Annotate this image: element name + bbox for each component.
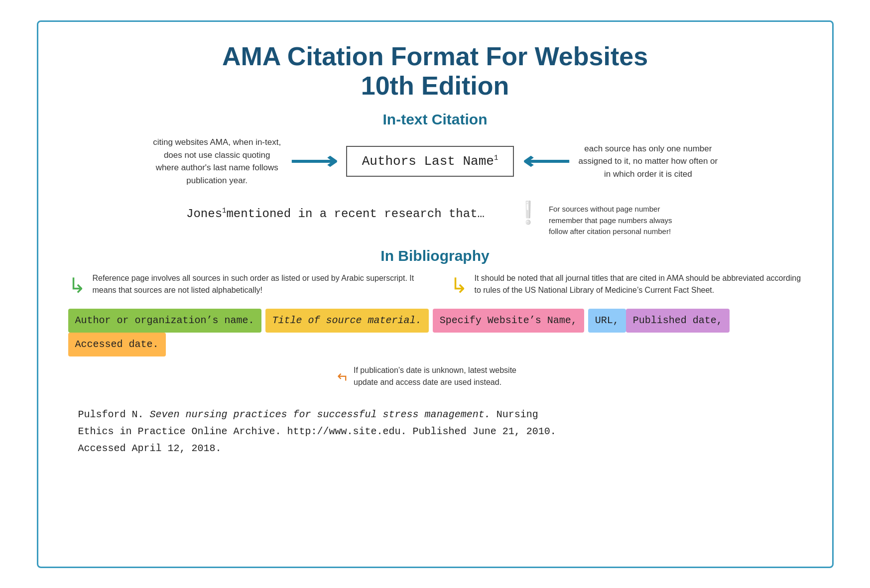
arrow-down-yellow-icon: ↳ bbox=[450, 275, 468, 296]
authors-box: Authors Last Name1 bbox=[346, 146, 514, 177]
page-container: AMA Citation Format For Websites 10th Ed… bbox=[37, 20, 834, 568]
example-row: Jones1mentioned in a recent research tha… bbox=[68, 202, 802, 237]
chip-title: Title of source material. bbox=[265, 309, 429, 333]
bib-right-text: It should be noted that all journal titl… bbox=[475, 272, 802, 297]
arrow-right-icon: ⟶ bbox=[290, 149, 338, 173]
exclamation-box: ❕ For sources without page number rememb… bbox=[514, 202, 684, 237]
intext-right-note: each source has only one number assigned… bbox=[578, 142, 718, 181]
intext-left-note: citing websites AMA, when in-text, does … bbox=[152, 136, 282, 187]
chip-url: URL, bbox=[588, 309, 626, 333]
bibliography-heading: In Bibliography bbox=[68, 247, 802, 264]
main-title: AMA Citation Format For Websites 10th Ed… bbox=[68, 42, 802, 102]
bib-note-right: ↳ It should be noted that all journal ti… bbox=[450, 272, 802, 297]
example-citation: Pulsford N. Seven nursing practices for … bbox=[68, 401, 802, 462]
intext-row: citing websites AMA, when in-text, does … bbox=[68, 136, 802, 187]
date-note-text: If publication’s date is unknown, latest… bbox=[354, 364, 533, 388]
bib-note-left: ↳ Reference page involves all sources in… bbox=[68, 272, 420, 297]
chip-website: Specify Website’s Name, bbox=[433, 309, 584, 333]
arrow-up-orange-icon: ↵ bbox=[337, 368, 349, 385]
citation-bar: Author or organization’s name. Title of … bbox=[68, 309, 802, 356]
intext-heading: In-text Citation bbox=[68, 111, 802, 128]
exclamation-icon: ❕ bbox=[514, 202, 542, 224]
chip-accessed: Accessed date. bbox=[68, 333, 166, 356]
chip-published: Published date, bbox=[626, 309, 730, 333]
chip-author: Author or organization’s name. bbox=[68, 309, 261, 333]
example-sentence: Jones1mentioned in a recent research tha… bbox=[186, 202, 485, 221]
arrow-left-icon: ⟶ bbox=[522, 149, 571, 173]
bib-notes-row: ↳ Reference page involves all sources in… bbox=[68, 272, 802, 297]
arrow-down-green-icon: ↳ bbox=[68, 275, 86, 296]
exclamation-text: For sources without page number remember… bbox=[549, 202, 684, 237]
date-note-row: ↵ If publication’s date is unknown, late… bbox=[68, 364, 802, 388]
bib-left-text: Reference page involves all sources in s… bbox=[93, 272, 420, 297]
